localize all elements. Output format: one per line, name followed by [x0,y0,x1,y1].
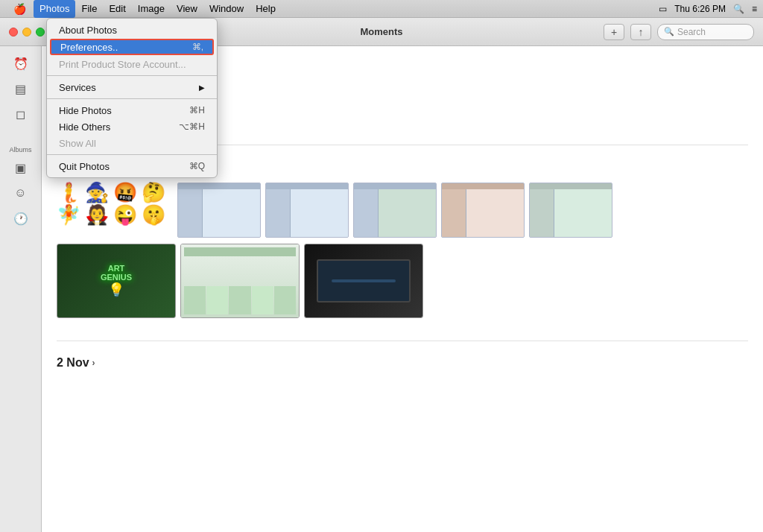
menu-item-hide-others[interactable]: Hide Others ⌥⌘H [47,118,217,135]
spreadsheet-cell [252,286,273,315]
spreadsheet-content [181,244,299,317]
print-product-label: Print Product Store Account... [59,59,186,70]
emoji-thinking[interactable]: 🤔 [142,183,165,202]
screenshot-thumb-2[interactable] [265,183,349,238]
ss-bar-1 [178,183,260,189]
sidebar-icon-recent[interactable]: 🕐 [7,207,34,229]
ss-right-5 [554,189,612,237]
screenshot-thumb-5[interactable] [529,183,612,238]
spreadsheet-cell [184,286,206,315]
date-label-nov2: 2 Nov [57,356,89,370]
menubar: 🍎 Photos File Edit Image View Window Hel… [0,0,763,18]
spreadsheet-header [184,247,296,256]
ss-body-3 [354,189,436,237]
moments-icon: ⏰ [13,57,28,71]
services-label: Services [59,82,96,93]
recent-icon: 🕐 [13,212,28,226]
sidebar-icon-collections[interactable]: ▤ [7,77,34,100]
screenshot-thumb-4[interactable] [441,183,525,238]
menubar-clock: Thu 6:26 PM [674,4,726,14]
photos-dropdown-menu: About Photos Preferences.. ⌘, Print Prod… [46,18,218,178]
emoji-angry[interactable]: 🤬 [113,183,137,202]
big-thumb-genius[interactable]: ARTGENIUS 💡 [57,244,176,318]
menu-item-print-product: Print Product Store Account... [47,56,217,72]
ss-bar-2 [266,183,348,189]
nov1-big-thumbs: ARTGENIUS 💡 [57,244,748,318]
emoji-mermaid[interactable]: 🧜 [57,183,80,202]
search-box[interactable]: 🔍 Search [657,24,754,40]
share-button[interactable]: ↑ [630,24,651,40]
ss-left-2 [266,189,291,237]
ss-left-4 [442,189,466,237]
menubar-left: 🍎 Photos File Edit Image View Window Hel… [6,0,282,18]
screenshot-thumb-1[interactable] [177,183,261,238]
quit-photos-shortcut: ⌘Q [189,161,205,171]
menubar-item-file[interactable]: File [75,0,103,18]
menu-separator-2 [47,98,217,99]
menubar-item-edit[interactable]: Edit [103,0,131,18]
date-header-nov2[interactable]: 2 Nov › [57,356,748,370]
menubar-item-image[interactable]: Image [132,0,171,18]
menubar-item-window[interactable]: Window [203,0,250,18]
sidebar-label-albums: Albums [9,146,31,153]
menubar-item-photos[interactable]: Photos [34,0,75,18]
spreadsheet-cell [229,286,250,315]
big-thumb-spreadsheet[interactable] [180,244,300,318]
ss-left-3 [354,189,379,237]
emoji-tongue[interactable]: 😜 [113,205,137,224]
close-button[interactable] [9,28,18,37]
sidebar-icon-albums[interactable]: ▣ [7,156,34,179]
menubar-search-icon[interactable]: 🔍 [733,4,744,14]
faces-icon: ☺ [14,186,26,200]
menu-item-quit-photos[interactable]: Quit Photos ⌘Q [47,158,217,174]
menu-separator-3 [47,154,217,155]
spreadsheet-cell [274,286,296,315]
hide-others-shortcut: ⌥⌘H [179,121,205,132]
laptop-content [305,244,422,317]
menubar-monitor-icon: ▭ [659,4,667,14]
hide-others-label: Hide Others [59,121,110,133]
menubar-item-view[interactable]: View [171,0,203,18]
nov1-row1: 🧜 🧙 🤬 🤔 🧚 🧛 😜 🤫 [57,183,748,238]
about-photos-label: About Photos [59,25,117,36]
emoji-fairy[interactable]: 🧚 [57,205,80,224]
ss-left-1 [178,189,203,237]
quit-photos-label: Quit Photos [59,161,110,172]
maximize-button[interactable] [36,28,45,37]
nov1-emojis: 🧜 🧙 🤬 🤔 🧚 🧛 😜 🤫 [57,183,165,229]
ss-body-1 [178,189,260,237]
screenshot-thumb-3[interactable] [353,183,437,238]
menubar-item-help[interactable]: Help [250,0,282,18]
sidebar-icon-moments[interactable]: ⏰ [7,52,34,75]
emoji-vampire[interactable]: 🧛 [85,205,109,224]
menu-item-preferences[interactable]: Preferences.. ⌘, [50,39,214,55]
ss-bar-4 [442,183,524,189]
hide-photos-label: Hide Photos [59,105,112,116]
minimize-button[interactable] [22,28,31,37]
menu-item-about-photos[interactable]: About Photos [47,22,217,38]
titlebar-right: + ↑ 🔍 Search [604,24,763,40]
ss-left-5 [530,189,554,237]
menu-item-hide-photos[interactable]: Hide Photos ⌘H [47,102,217,118]
apple-logo-icon[interactable]: 🍎 [6,0,34,18]
search-icon: 🔍 [664,27,674,37]
date-section-nov2: 2 Nov › [57,356,748,370]
sidebar-icon-years[interactable]: ◻ [7,103,34,125]
services-arrow-icon: ▶ [199,83,205,92]
big-thumb-laptop[interactable] [304,244,423,318]
years-icon: ◻ [16,107,25,121]
ss-right-3 [379,189,436,237]
menu-separator-1 [47,75,217,76]
show-all-label: Show All [59,138,96,149]
menubar-hamburger-icon[interactable]: ≡ [752,4,757,14]
emoji-shush[interactable]: 🤫 [142,205,165,224]
add-button[interactable]: + [604,24,624,40]
spreadsheet-cell [206,286,228,315]
menu-item-services[interactable]: Services ▶ [47,79,217,95]
sidebar-icon-faces[interactable]: ☺ [7,182,34,204]
chevron-icon-nov2: › [92,358,95,368]
emoji-wizard[interactable]: 🧙 [85,183,109,202]
laptop-screen [317,259,411,303]
ss-body-4 [442,189,524,237]
date-section-nov1: 1 Nov › 🧜 🧙 🤬 🤔 🧚 [57,160,748,318]
